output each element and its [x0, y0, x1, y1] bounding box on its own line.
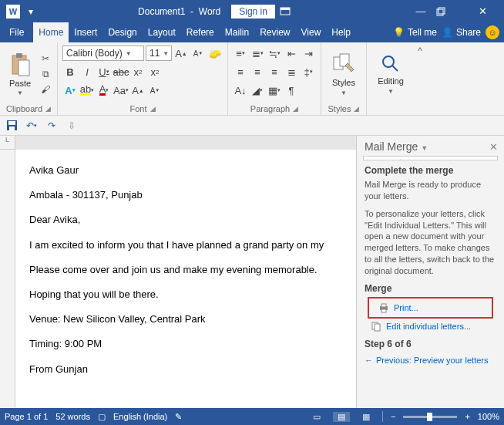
print-link[interactable]: Print...: [372, 300, 489, 315]
font-color-button[interactable]: A▾: [96, 83, 112, 98]
font-name-combo[interactable]: Calibri (Body)▼: [62, 46, 144, 61]
zoom-level[interactable]: 100%: [478, 412, 499, 421]
word-count[interactable]: 52 words: [55, 412, 90, 421]
text-effects-button[interactable]: A▾: [62, 83, 78, 98]
ribbon-tabs: File Home Insert Design Layout Refere Ma…: [0, 22, 504, 42]
zoom-slider[interactable]: [403, 416, 457, 418]
increase-indent-button[interactable]: ⇥: [301, 46, 316, 61]
qat-options-icon[interactable]: ▾: [25, 6, 37, 17]
borders-button[interactable]: ▦▾: [267, 83, 282, 98]
language-indicator[interactable]: English (India): [113, 412, 167, 421]
tab-home[interactable]: Home: [33, 22, 69, 42]
svg-rect-18: [375, 324, 380, 331]
doc-line: From Gunjan: [29, 363, 347, 376]
sort-button[interactable]: A↓: [233, 83, 248, 98]
justify-button[interactable]: ≣: [284, 64, 299, 79]
increase-font-icon[interactable]: A▲: [173, 46, 189, 61]
copy-button[interactable]: ⧉: [39, 67, 52, 81]
taskpane-close-icon[interactable]: ✕: [489, 141, 498, 153]
restore-button[interactable]: [436, 7, 467, 16]
paragraph-dialog-launcher[interactable]: ◢: [293, 105, 298, 113]
group-font: Calibri (Body)▼ 11▼ A▲ A▼ 🧽 B I U▾ abc x…: [58, 42, 228, 115]
superscript-button[interactable]: x2: [147, 64, 163, 79]
align-center-button[interactable]: ≡: [250, 64, 265, 79]
styles-button[interactable]: Styles ▼: [326, 52, 361, 96]
sign-in-button[interactable]: Sign in: [231, 5, 275, 19]
save-button[interactable]: [5, 119, 18, 133]
tab-file[interactable]: File: [0, 22, 33, 42]
undo-button[interactable]: ↶▾: [25, 119, 39, 133]
read-mode-icon[interactable]: ▭: [308, 412, 325, 422]
decrease-font-icon[interactable]: A▼: [190, 46, 206, 61]
bold-button[interactable]: B: [62, 64, 78, 79]
close-button[interactable]: ✕: [467, 5, 498, 17]
format-painter-button[interactable]: 🖌: [39, 83, 52, 96]
print-layout-icon[interactable]: ▤: [333, 412, 350, 422]
ribbon-display-options-icon[interactable]: [280, 7, 311, 16]
quick-access-toolbar: ↶▾ ↷ ⇩: [0, 116, 504, 136]
tab-layout[interactable]: Layout: [143, 22, 181, 42]
show-marks-button[interactable]: ¶: [284, 83, 299, 98]
group-styles: Styles ▼ Styles◢: [321, 42, 367, 115]
document-page[interactable]: Avika Gaur Ambala - 301137, Punjab Dear …: [15, 150, 356, 408]
styles-dialog-launcher[interactable]: ◢: [354, 105, 359, 113]
main-area: L 1 2 3 4 5 6 7 8 9 10 Avika Gaur Ambala…: [0, 136, 504, 408]
zoom-in-button[interactable]: +: [465, 412, 469, 421]
font-size-combo[interactable]: 11▼: [146, 46, 172, 61]
tell-me[interactable]: 💡 Tell me: [393, 27, 437, 38]
doc-line: Avika Gaur: [29, 164, 347, 177]
vertical-ruler[interactable]: [0, 150, 15, 408]
tab-insert[interactable]: Insert: [69, 22, 102, 42]
align-right-button[interactable]: ≡: [267, 64, 282, 79]
svg-rect-5: [16, 53, 22, 58]
shading-button[interactable]: ◢▾: [250, 83, 265, 98]
svg-line-10: [392, 66, 398, 71]
ruler-corner: L: [0, 136, 15, 150]
highlight-button[interactable]: ab▾: [79, 83, 95, 98]
web-layout-icon[interactable]: ▦: [358, 412, 375, 422]
previous-step-link[interactable]: ← Previous: Preview your letters: [365, 352, 496, 365]
paste-button[interactable]: Paste ▼: [5, 52, 35, 96]
cut-button[interactable]: ✂: [39, 52, 52, 66]
edit-individual-link[interactable]: Edit individual letters...: [365, 319, 496, 334]
underline-button[interactable]: U▾: [96, 64, 112, 79]
line-spacing-button[interactable]: ‡▾: [301, 64, 316, 79]
clear-formatting-icon[interactable]: 🧽: [207, 46, 223, 61]
tab-design[interactable]: Design: [102, 22, 142, 42]
tab-mailings[interactable]: Mailin: [220, 22, 254, 42]
minimize-button[interactable]: —: [405, 5, 436, 17]
strikethrough-button[interactable]: abc: [113, 64, 129, 79]
grow-font-alt-icon[interactable]: A▲: [130, 83, 146, 98]
font-dialog-launcher[interactable]: ◢: [150, 105, 156, 113]
tab-view[interactable]: View: [296, 22, 327, 42]
char-shading-icon[interactable]: A▼: [147, 83, 163, 98]
multilevel-list-button[interactable]: ≒▾: [267, 46, 282, 61]
qat-customize[interactable]: ⇩: [65, 119, 79, 133]
arrow-left-icon: ←: [365, 356, 373, 365]
tab-help[interactable]: Help: [326, 22, 356, 42]
documents-icon: [371, 321, 381, 332]
numbering-button[interactable]: ≣▾: [250, 46, 265, 61]
taskpane-progress: [363, 156, 498, 160]
zoom-out-button[interactable]: −: [391, 412, 395, 421]
subscript-button[interactable]: x2: [130, 64, 146, 79]
align-left-button[interactable]: ≡: [233, 64, 248, 79]
svg-rect-13: [9, 126, 15, 130]
page-indicator[interactable]: Page 1 of 1: [5, 412, 48, 421]
collapse-ribbon-icon[interactable]: ^: [415, 42, 425, 115]
share-button[interactable]: 👤 Share: [442, 27, 481, 38]
decrease-indent-button[interactable]: ⇤: [284, 46, 299, 61]
change-case-button[interactable]: Aa▾: [113, 83, 129, 98]
svg-rect-1: [281, 8, 290, 10]
tab-review[interactable]: Review: [254, 22, 295, 42]
clipboard-dialog-launcher[interactable]: ◢: [45, 105, 51, 113]
spellcheck-icon[interactable]: ▢: [98, 412, 106, 422]
feedback-smiley-icon[interactable]: ☺: [486, 25, 499, 39]
bullets-button[interactable]: ≡▾: [233, 46, 248, 61]
italic-button[interactable]: I: [79, 64, 95, 79]
tab-references[interactable]: Refere: [181, 22, 220, 42]
accessibility-icon[interactable]: ✎: [175, 412, 182, 422]
title-bar: W ▾ Document1 - Word Sign in — ✕: [0, 0, 504, 22]
redo-button[interactable]: ↷: [45, 119, 59, 133]
editing-button[interactable]: Editing ▼: [371, 54, 410, 95]
